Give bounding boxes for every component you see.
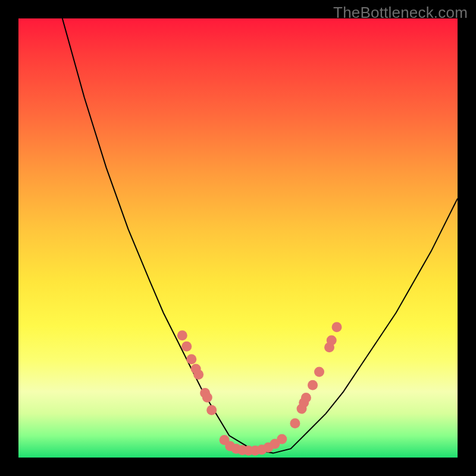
data-point [327, 336, 337, 346]
data-point [290, 418, 300, 428]
data-point [277, 434, 287, 444]
data-point [177, 330, 187, 340]
data-point [299, 397, 309, 408]
data-point [314, 367, 324, 377]
watermark-label: TheBottleneck.com [333, 4, 468, 22]
data-point [308, 380, 318, 390]
data-point [181, 342, 192, 352]
chart-overlay [18, 18, 458, 458]
data-point [186, 354, 196, 364]
data-point [332, 322, 342, 332]
data-point [193, 369, 203, 380]
data-point [202, 392, 212, 402]
bottleneck-curve [62, 18, 458, 453]
data-point [206, 405, 217, 415]
